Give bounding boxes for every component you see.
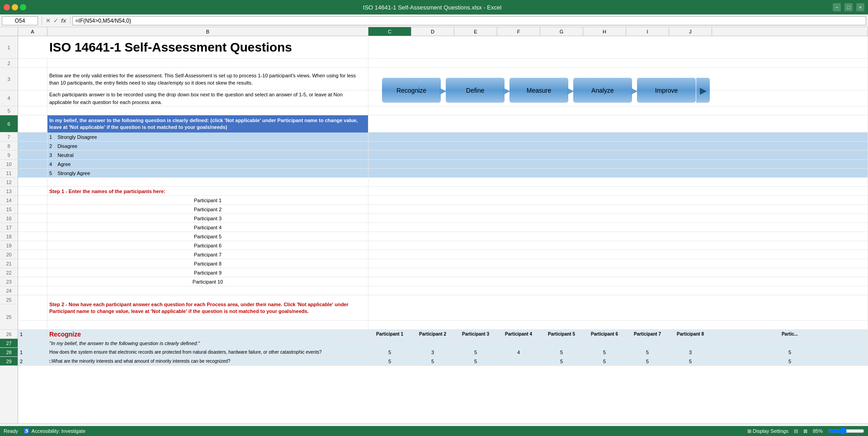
cell-rest-13 (368, 187, 868, 195)
minimize-button[interactable]: − (833, 3, 841, 11)
grid-view-icon[interactable]: ⊟ (794, 428, 798, 434)
row-num-13: 13 (0, 187, 18, 196)
cell-rest-18 (368, 232, 868, 241)
row-num-2: 2 (0, 59, 18, 68)
cell-J29[interactable]: 3 (669, 348, 712, 356)
col-header-F[interactable]: F (497, 27, 540, 36)
display-settings[interactable]: ⊞ Display Settings (747, 428, 788, 434)
col-header-D[interactable]: D (411, 27, 454, 36)
cell-B19[interactable]: Participant 6 (47, 241, 368, 250)
cell-A16 (18, 214, 47, 223)
cell-rest-9 (368, 151, 868, 159)
row-num-1: 1 (0, 36, 18, 59)
scale-2-label: Disagree (57, 143, 77, 149)
col-header-I[interactable]: I (626, 27, 669, 36)
cell-B26 (47, 321, 368, 329)
row-num-28: 28 (0, 348, 18, 357)
corner-cell (0, 27, 18, 36)
confirm-icon[interactable]: ✓ (53, 17, 58, 24)
cancel-icon[interactable]: ✕ (46, 17, 51, 24)
zoom-slider[interactable] (828, 427, 864, 435)
cell-B20[interactable]: Participant 7 (47, 250, 368, 259)
formula-input[interactable]: =IF(N54>0,M54/N54,0) (72, 16, 866, 25)
row-6: In my belief, the answer to the followin… (18, 115, 868, 133)
accessibility-label[interactable]: Accessibility: Investigate (32, 428, 85, 434)
col-header-A[interactable]: A (18, 27, 47, 36)
col-header-B[interactable]: B (47, 27, 368, 36)
row-num-25: 25 (0, 295, 18, 304)
cell-B16[interactable]: Participant 3 (47, 214, 368, 223)
cell-D27: Participant 2 (411, 330, 454, 338)
print-layout-icon[interactable]: ⊠ (803, 428, 807, 434)
col-header-E[interactable]: E (454, 27, 497, 36)
cell-B23[interactable]: Participant 10 (47, 277, 368, 286)
cell-A19 (18, 241, 47, 250)
cell-G30[interactable]: 5 (540, 357, 583, 365)
row-num-24: 24 (0, 286, 18, 295)
col-header-C[interactable]: C (368, 27, 411, 36)
cell-G29[interactable]: 5 (540, 348, 583, 356)
cell-B27: Recognize (47, 330, 368, 338)
cell-I29[interactable]: 5 (626, 348, 669, 356)
cell-F29[interactable]: 4 (497, 348, 540, 356)
col-header-J[interactable]: J (669, 27, 712, 36)
cell-A10 (18, 160, 47, 168)
cell-H27: Participant 6 (583, 330, 626, 338)
row-10: 4 Agree (18, 160, 868, 169)
row-numbers: 1 2 3 4 5 6 7 8 9 10 11 12 13 14 15 16 1… (0, 36, 18, 436)
cell-H30[interactable]: 5 (583, 357, 626, 365)
cell-A21 (18, 259, 47, 268)
cell-I27: Participant 7 (626, 330, 669, 338)
col-header-G[interactable]: G (540, 27, 583, 36)
cell-F30[interactable] (497, 357, 540, 365)
insert-function-icon[interactable]: fx (61, 17, 66, 24)
row-num-9: 9 (0, 151, 18, 160)
cell-D29[interactable]: 3 (411, 348, 454, 356)
cell-rest-22 (368, 268, 868, 277)
cell-A8 (18, 142, 47, 150)
cell-rest-20 (368, 250, 868, 259)
cell-C30[interactable]: 5 (368, 357, 411, 365)
row-27: 1 Recognize Participant 1 Participant 2 … (18, 330, 868, 339)
row-19: Participant 6 (18, 241, 868, 250)
cell-D28 (411, 339, 454, 347)
cell-B15[interactable]: Participant 2 (47, 205, 368, 213)
cell-A9 (18, 151, 47, 159)
cell-I30[interactable]: 5 (626, 357, 669, 365)
row-num-10: 10 (0, 160, 18, 169)
cell-H29[interactable]: 5 (583, 348, 626, 356)
cell-E29[interactable]: 5 (454, 348, 497, 356)
close-button[interactable]: × (856, 3, 864, 11)
row-29: 1 How does the system ensure that electr… (18, 348, 868, 357)
row-num-18: 18 (0, 232, 18, 241)
cell-rest-30[interactable]: 5 (712, 357, 868, 365)
cell-B22[interactable]: Participant 9 (47, 268, 368, 277)
row-num-17: 17 (0, 223, 18, 232)
cell-C28 (368, 339, 411, 347)
cell-rest-29[interactable]: 5 (712, 348, 868, 356)
maximize-button[interactable]: □ (844, 3, 853, 11)
col-header-H[interactable]: H (583, 27, 626, 36)
row-21: Participant 8 (18, 259, 868, 268)
row-num-11: 11 (0, 169, 18, 178)
cell-rest-23 (368, 277, 868, 286)
cell-B4: Each participants answer is to be record… (47, 90, 368, 106)
cell-J30[interactable]: 5 (669, 357, 712, 365)
cell-B14[interactable]: Participant 1 (47, 196, 368, 204)
cells-area: ISO 14641-1 Self-Assessment Questions Be… (18, 36, 868, 436)
cell-rest-5 (368, 106, 868, 115)
cell-D30[interactable]: 5 (411, 357, 454, 365)
cell-B21[interactable]: Participant 8 (47, 259, 368, 268)
cell-B18[interactable]: Participant 5 (47, 232, 368, 241)
cell-A22 (18, 268, 47, 277)
cell-B17[interactable]: Participant 4 (47, 223, 368, 232)
window-title: ISO 14641-1 Self-Assessment Questions.xl… (32, 4, 833, 11)
display-settings-icon: ⊞ (747, 428, 751, 434)
cell-name-box[interactable] (2, 16, 38, 25)
cell-E30[interactable]: 5 (454, 357, 497, 365)
cell-B8: 2 Disagree (47, 142, 368, 150)
zoom-level: 85% (813, 428, 823, 434)
cell-C29[interactable]: 5 (368, 348, 411, 356)
row-num-22: 22 (0, 268, 18, 277)
accessibility-icon: ♿ (24, 428, 30, 434)
